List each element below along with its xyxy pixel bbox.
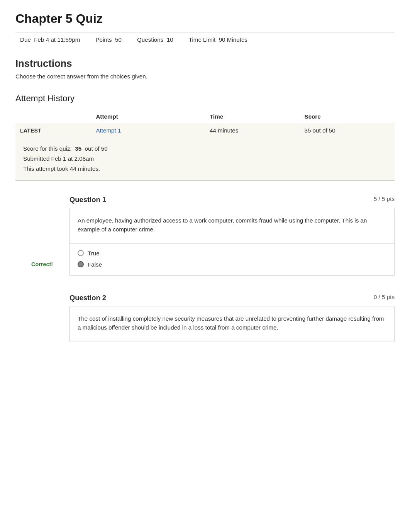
meta-due: Due Feb 4 at 11:59pm	[20, 36, 80, 43]
page-title: Chapter 5 Quiz	[15, 12, 395, 26]
attempt-link[interactable]: Attempt 1	[96, 127, 121, 134]
col-header-empty	[15, 110, 91, 123]
quiz-meta-bar: Due Feb 4 at 11:59pm Points 50 Questions…	[15, 32, 395, 47]
question-text: An employee, having authorized access to…	[70, 208, 394, 244]
due-label: Due	[20, 36, 31, 43]
answer-option-0: True	[78, 250, 386, 257]
meta-questions: Questions 10	[137, 36, 173, 43]
question-header: Question 2 0 / 5 pts	[15, 290, 395, 306]
question-title: Question 2	[69, 294, 106, 302]
attempt-history-title: Attempt History	[15, 93, 395, 104]
col-header-score: Score	[300, 110, 395, 123]
correct-marker: Correct!	[31, 261, 53, 267]
question-body: The cost of installing completely new se…	[69, 306, 395, 342]
latest-tag: LATEST	[20, 127, 41, 134]
score-summary: Score for this quiz: 35 out of 50 Submit…	[15, 138, 395, 181]
question-2-block: Question 2 0 / 5 pts The cost of install…	[15, 290, 395, 342]
attempt-table-wrapper: Attempt Time Score LATEST Attempt 1 44 m…	[15, 110, 395, 138]
submitted-line: Submitted Feb 1 at 2:08am	[23, 154, 387, 164]
questions-label: Questions	[137, 36, 163, 43]
meta-points: Points 50	[95, 36, 122, 43]
score-line: Score for this quiz: 35 out of 50	[23, 144, 387, 154]
time-cell: 44 minutes	[205, 123, 300, 138]
questions-container: Question 1 5 / 5 pts An employee, having…	[15, 192, 395, 342]
attempt-cell: Attempt 1	[91, 123, 205, 138]
answer-label: False	[88, 261, 102, 268]
time-limit-label: Time Limit	[189, 36, 215, 43]
col-header-attempt: Attempt	[91, 110, 205, 123]
radio-button[interactable]	[78, 261, 84, 267]
score-cell: 35 out of 50	[300, 123, 395, 138]
col-header-time: Time	[205, 110, 300, 123]
question-title: Question 1	[69, 195, 106, 204]
answer-label: True	[88, 250, 100, 257]
instructions-title: Instructions	[15, 58, 395, 69]
questions-value: 10	[167, 36, 173, 43]
question-pts: 5 / 5 pts	[374, 195, 395, 202]
question-header: Question 1 5 / 5 pts	[15, 192, 395, 208]
meta-time-limit: Time Limit 90 Minutes	[189, 36, 247, 43]
duration-line: This attempt took 44 minutes.	[23, 164, 387, 174]
score-suffix: out of 50	[85, 145, 108, 152]
score-prefix: Score for this quiz:	[23, 145, 72, 152]
attempt-table: Attempt Time Score LATEST Attempt 1 44 m…	[15, 110, 395, 138]
score-number: 35	[75, 145, 81, 152]
points-label: Points	[95, 36, 112, 43]
answer-options: True Correct! False	[70, 244, 394, 275]
points-value: 50	[115, 36, 122, 43]
instructions-text: Choose the correct answer from the choic…	[15, 73, 395, 80]
question-pts: 0 / 5 pts	[374, 294, 395, 300]
due-value: Feb 4 at 11:59pm	[34, 36, 80, 43]
time-limit-value: 90 Minutes	[219, 36, 247, 43]
question-1-block: Question 1 5 / 5 pts An employee, having…	[15, 192, 395, 276]
question-text: The cost of installing completely new se…	[70, 306, 394, 342]
question-body: An employee, having authorized access to…	[69, 208, 395, 276]
table-row: LATEST Attempt 1 44 minutes 35 out of 50	[15, 123, 395, 138]
radio-button[interactable]	[78, 250, 84, 256]
answer-option-1: Correct! False	[78, 261, 386, 268]
